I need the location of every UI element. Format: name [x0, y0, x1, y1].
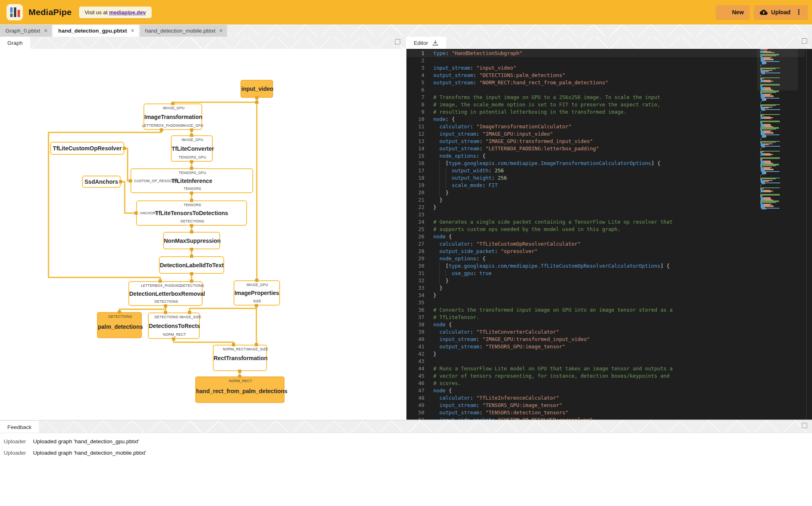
- code-line-23: 23: [406, 211, 805, 218]
- node-SsdAnchors[interactable]: SsdAnchors: [82, 176, 121, 188]
- code-line-40: 40 input_stream: "IMAGE_GPU:transformed_…: [406, 336, 805, 343]
- node-input_video[interactable]: input_video: [241, 80, 273, 98]
- line-number: 44: [406, 365, 424, 372]
- node-RectTransformation[interactable]: RectTransformationNORM_RECTIMAGE_SIZE: [213, 345, 267, 371]
- code-line-12: 12 input_stream: "IMAGE_GPU:input_video": [406, 130, 805, 138]
- code-line-4: 4output_stream: "DETECTIONS:palm_detecti…: [406, 72, 805, 79]
- node-label: TfLiteCustomOpResolver: [51, 145, 124, 152]
- close-tab-icon[interactable]: ✕: [131, 28, 135, 33]
- code-line-26: 26node {: [406, 233, 805, 240]
- line-number: 19: [406, 182, 424, 189]
- code-line-34: 34}: [406, 292, 805, 299]
- code-line-1: 1type: "HandDetectionSubgraph": [406, 50, 805, 57]
- editor-scrollbar[interactable]: [806, 49, 807, 420]
- feedback-message: Uploaded graph 'hand_detection_gpu.pbtxt…: [29, 438, 139, 444]
- file-tab-hand_detection_gpu.pbtxt[interactable]: hand_detection_gpu.pbtxt✕: [53, 25, 139, 37]
- app-title: MediaPipe: [29, 7, 72, 17]
- node-NonMaxSuppression[interactable]: NonMaxSuppression: [163, 232, 220, 249]
- code-line-42: 42}: [406, 350, 805, 358]
- new-button[interactable]: New: [716, 5, 750, 19]
- node-ImageTransformation[interactable]: ImageTransformationIMAGE_GPULETTERBOX_PA…: [143, 103, 202, 130]
- feedback-source: Uploader: [0, 438, 29, 444]
- line-number: 24: [406, 218, 424, 226]
- file-tab-Graph_0.pbtxt[interactable]: Graph_0.pbtxt✕: [0, 25, 52, 37]
- code-line-36: 36# Converts the transformed input image…: [406, 306, 805, 314]
- line-number: 3: [406, 64, 424, 72]
- node-TfLiteTensorsToDetections[interactable]: TfLiteTensorsToDetectionsTENSORSDETECTIO…: [136, 200, 247, 226]
- line-number: 15: [406, 152, 424, 160]
- node-TfLiteConverter[interactable]: TfLiteConverterIMAGE_GPUTENSORS_GPU: [171, 135, 213, 162]
- editor-panel-header: Editor: [406, 37, 812, 49]
- line-number: 42: [406, 350, 424, 358]
- code-line-17: 17 output_width: 256: [406, 167, 805, 174]
- code-line-37: 37# TfLiteTensor.: [406, 314, 805, 321]
- node-label: palm_detections: [98, 323, 141, 330]
- tab-feedback[interactable]: Feedback: [0, 421, 39, 433]
- port-label-DETECTIONS: DETECTIONS: [108, 315, 132, 319]
- code-line-46: 46# scores.: [406, 380, 805, 387]
- code-line-16: 16 [type.googleapis.com/mediapipe.ImageT…: [406, 160, 805, 167]
- port-label-LETTERBOX_PADDING: LETTERBOX_PADDING: [142, 123, 182, 128]
- close-tab-icon[interactable]: ✕: [219, 28, 223, 33]
- file-tab-hand_detection_mobile.pbtxt[interactable]: hand_detection_mobile.pbtxt✕: [140, 25, 227, 37]
- line-number: 26: [406, 233, 424, 240]
- code-line-44: 44# Runs a TensorFlow Lite model on GPU …: [406, 365, 805, 372]
- graph-canvas[interactable]: input_videoImageTransformationIMAGE_GPUL…: [0, 49, 406, 420]
- feedback-row: UploaderUploaded graph 'hand_detection_g…: [0, 436, 139, 446]
- kebab-menu-icon[interactable]: ⋮: [795, 10, 802, 14]
- port-label-CUSTOM_OP_RESOLVER: CUSTOM_OP_RESOLVER: [134, 179, 179, 183]
- tab-editor[interactable]: Editor: [406, 37, 446, 49]
- node-label: DetectionLetterboxRemoval: [129, 290, 202, 297]
- node-ImageProperties[interactable]: ImagePropertiesIMAGE_GPUSIZE: [234, 280, 280, 306]
- code-line-30: 30 [type.googleapis.com/mediapipe.TfLite…: [406, 262, 805, 270]
- upload-button-label: Upload: [771, 9, 790, 15]
- node-hand_rect_from_palm_detections[interactable]: hand_rect_from_palm_detectionsNORM_RECT: [195, 376, 285, 403]
- node-label: ImageTransformation: [144, 114, 201, 120]
- graph-panel-expand-icon[interactable]: [395, 39, 400, 44]
- line-number: 18: [406, 174, 424, 182]
- port-label-IMAGE_GPU: IMAGE_GPU: [246, 283, 268, 287]
- file-tab-label: hand_detection_mobile.pbtxt: [145, 28, 216, 34]
- code-line-7: 7# Transforms the input image on GPU to …: [406, 94, 805, 101]
- node-DetectionLabelIdToText[interactable]: DetectionLabelIdToText: [159, 256, 224, 274]
- port-label-NORM_RECT: NORM_RECT: [163, 332, 186, 337]
- node-palm_detections[interactable]: palm_detectionsDETECTIONS: [97, 312, 142, 338]
- code-line-41: 41 output_stream: "TENSORS_GPU:image_ten…: [406, 343, 805, 350]
- line-number: 11: [406, 123, 424, 130]
- close-tab-icon[interactable]: ✕: [44, 28, 48, 33]
- line-number: 47: [406, 387, 424, 394]
- mediapipe-dev-link[interactable]: mediapipe.dev: [109, 9, 146, 15]
- code-line-3: 3input_stream: "input_video": [406, 64, 805, 72]
- edge: [190, 306, 256, 312]
- code-line-48: 48 calculator: "TfLiteInferenceCalculato…: [406, 394, 805, 402]
- code-line-20: 20 }: [406, 189, 805, 196]
- feedback-panel-expand-icon[interactable]: [802, 423, 807, 428]
- line-number: 29: [406, 255, 424, 262]
- line-number: 1: [406, 50, 424, 57]
- line-number: 28: [406, 248, 424, 255]
- code-line-14: 14 output_stream: "LETTERBOX_PADDING:let…: [406, 145, 805, 152]
- node-DetectionLetterboxRemoval[interactable]: DetectionLetterboxRemovalLETTERBOX_PADDI…: [128, 281, 203, 306]
- download-icon[interactable]: [432, 40, 439, 46]
- node-DetectionsToRects[interactable]: DetectionsToRectsDETECTIONSIMAGE_SIZENOR…: [148, 312, 200, 339]
- new-button-label: New: [732, 9, 744, 15]
- feedback-message: Uploaded graph 'hand_detection_mobile.pb…: [29, 450, 146, 456]
- line-number: 6: [406, 86, 424, 94]
- code-line-45: 45# vector of tensors representing, for …: [406, 372, 805, 380]
- code-line-10: 10node: {: [406, 116, 805, 123]
- upload-button[interactable]: Upload ⋮: [754, 5, 808, 19]
- tab-graph[interactable]: Graph: [0, 37, 30, 49]
- code-editor[interactable]: 1type: "HandDetectionSubgraph"23input_st…: [406, 49, 812, 420]
- code-line-49: 49 input_stream: "TENSORS_GPU:image_tens…: [406, 402, 805, 409]
- code-line-8: 8# image, the scale_mode option is set t…: [406, 101, 805, 108]
- line-number: 30: [406, 262, 424, 270]
- node-TfLiteInference[interactable]: TfLiteInferenceTENSORS_GPUTENSORSCUSTOM_…: [130, 168, 253, 193]
- code-line-21: 21 }: [406, 196, 805, 204]
- editor-panel-expand-icon[interactable]: [802, 38, 807, 44]
- code-line-6: 6: [406, 86, 805, 94]
- port-label-ANCHORS: ANCHORS: [140, 211, 158, 215]
- node-TfLiteCustomOpResolver[interactable]: TfLiteCustomOpResolver: [50, 142, 124, 155]
- line-number: 16: [406, 160, 424, 167]
- line-number: 25: [406, 226, 424, 233]
- minimap[interactable]: [760, 49, 794, 209]
